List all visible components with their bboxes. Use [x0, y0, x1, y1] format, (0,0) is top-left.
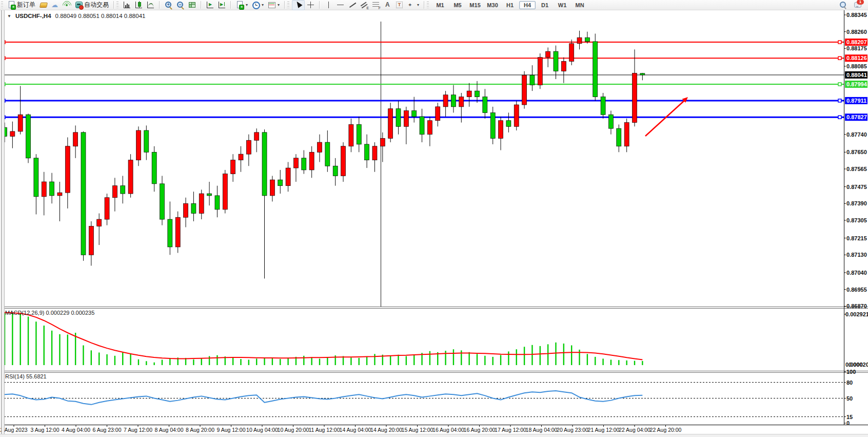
label-tool-button[interactable]: T [393, 1, 405, 10]
candle-body [199, 194, 204, 213]
time-axis-label: 10 Aug 04:00 [246, 427, 278, 433]
candle-body [593, 42, 598, 97]
timeframe-button-d1[interactable]: D1 [537, 1, 553, 9]
candle-body [554, 51, 558, 71]
chart-canvas[interactable]: 0.883450.882600.881750.880850.877400.876… [0, 0, 868, 437]
zoom-in-button[interactable]: + [163, 1, 174, 10]
fibonacci-tool-button[interactable]: F [370, 1, 382, 10]
horizontal-line-tool-button[interactable] [334, 1, 346, 10]
candle-body [349, 124, 353, 146]
timeframe-button-m15[interactable]: M15 [467, 1, 483, 9]
rsi-axis-label: 15 [846, 414, 853, 420]
vertical-line-tool-button[interactable] [323, 1, 334, 10]
candle-body [105, 198, 109, 219]
candle-body [436, 107, 440, 121]
candle-body [26, 115, 31, 158]
line-handle-right[interactable] [838, 99, 841, 102]
rsi-axis-label: 100 [846, 369, 856, 375]
crosshair-tool-button[interactable] [305, 1, 317, 10]
candle-body [365, 144, 369, 160]
time-axis-label: 3 Aug 12:00 [30, 427, 59, 433]
symbol-period-label: USDCHF-,H4 [15, 13, 51, 19]
candle-body [18, 115, 23, 131]
text-tool-button[interactable]: A [382, 1, 393, 10]
timeframe-button-m1[interactable]: M1 [432, 1, 448, 9]
time-axis-label: 14 Aug 04:00 [340, 427, 371, 433]
price-badge-label: 0.88207 [846, 39, 867, 45]
candle-body [530, 75, 535, 85]
auto-scroll-button[interactable]: ▶ [204, 1, 216, 10]
candle-body [223, 174, 227, 210]
arrows-tool-button[interactable]: ✦▾ [405, 1, 421, 10]
timeframe-button-m30[interactable]: M30 [484, 1, 501, 9]
candle-body [372, 146, 377, 160]
rsi-axis-label: 50 [846, 395, 853, 402]
chat-bubble-icon: 1 [854, 1, 862, 9]
fibonacci-icon: F [372, 1, 380, 9]
timeframe-button-m5[interactable]: M5 [449, 1, 466, 9]
chevron-down-icon[interactable]: ▼ [7, 14, 11, 18]
line-chart-button[interactable] [145, 1, 156, 10]
price-axis-label: 0.87390 [846, 200, 867, 206]
new-chart-button[interactable]: +▾ [234, 1, 250, 10]
candle-body [569, 44, 574, 62]
candle-body [215, 196, 220, 210]
price-badge-label: 0.87994 [846, 81, 867, 87]
candle-body [538, 58, 542, 85]
candle-body [601, 97, 605, 115]
algo-trading-button[interactable]: 自动交易 [73, 1, 111, 10]
timeframe-button-h1[interactable]: H1 [502, 1, 518, 9]
cursor-icon [294, 1, 302, 9]
candle-body [483, 97, 487, 113]
line-handle-right[interactable] [838, 56, 841, 60]
cursor-tool-button[interactable] [292, 0, 305, 10]
zoom-out-button[interactable]: − [174, 1, 186, 10]
time-axis-label: 20 Aug 23:00 [557, 427, 588, 433]
notifications-button[interactable]: 1 [852, 1, 864, 10]
periods-button[interactable]: ▾ [250, 1, 266, 10]
line-handle-right[interactable] [838, 83, 841, 86]
candle-body [160, 184, 165, 219]
vps-button[interactable]: ☁ [49, 1, 61, 10]
candle-body [318, 142, 322, 152]
trend-arrow-line[interactable] [645, 100, 685, 136]
line-handle-right[interactable] [838, 116, 841, 119]
candle-body [57, 193, 62, 196]
time-axis-label: 4 Aug 04:00 [62, 427, 90, 433]
candle-body [624, 123, 629, 146]
time-axis-label: 16 Aug 20:00 [464, 427, 496, 433]
candle-body [278, 180, 283, 186]
candle-body [152, 152, 156, 184]
trendline-tool-button[interactable] [346, 1, 358, 10]
price-axis-label: 0.87565 [846, 166, 867, 172]
line-chart-icon [147, 1, 154, 9]
candle-body [128, 160, 133, 194]
timeframe-button-w1[interactable]: W1 [554, 1, 570, 9]
price-axis-label: 0.87040 [846, 270, 867, 276]
notification-badge: 1 [857, 0, 864, 5]
price-badge-label: 0.88126 [846, 55, 867, 61]
timeframe-button-h4[interactable]: H4 [519, 1, 536, 9]
candle-body [522, 75, 527, 105]
chart-shift-icon: ▶ [218, 1, 226, 9]
candle-body [34, 158, 38, 197]
new-order-button[interactable]: + 新订单 [6, 1, 37, 10]
chart-shift-button[interactable]: ▶ [216, 1, 228, 10]
market-button[interactable] [37, 1, 49, 10]
candle-body [207, 194, 212, 196]
horizontal-line-icon [337, 1, 344, 9]
price-badge-label: 0.87827 [846, 114, 867, 120]
timeframe-button-mn[interactable]: MN [571, 1, 588, 9]
tile-windows-button[interactable] [186, 1, 198, 10]
time-axis-label: 22 Aug 20:00 [650, 427, 682, 433]
bar-chart-button[interactable] [121, 1, 133, 10]
channel-tool-button[interactable]: E [358, 1, 370, 10]
candle-body [81, 132, 86, 255]
zoom-in-icon: + [165, 1, 172, 9]
signals-button[interactable] [61, 1, 73, 10]
candle-body [136, 130, 141, 160]
indicators-button[interactable]: ▾ [266, 1, 282, 10]
line-handle-right[interactable] [838, 41, 841, 44]
search-button[interactable] [837, 1, 849, 10]
candlestick-chart-button[interactable] [133, 1, 145, 10]
